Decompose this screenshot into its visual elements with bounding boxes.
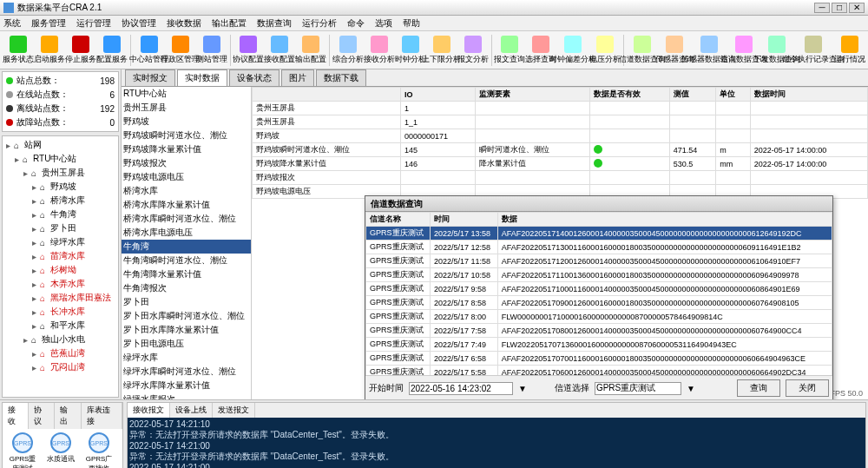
tree-node[interactable]: ▸⌂苗湾水库: [4, 249, 116, 263]
protocol-item[interactable]: GPRSGPRS广西接收: [82, 432, 115, 468]
inner-tree-node[interactable]: 桥湾水库降水量累计值: [122, 198, 251, 212]
channel-select[interactable]: [595, 382, 681, 395]
tree-node[interactable]: ▸⌂黑瑞水库田嘉法: [4, 291, 116, 305]
log-tab[interactable]: 接收报文: [128, 403, 170, 418]
expand-icon[interactable]: ▸: [30, 238, 38, 247]
dialog-row[interactable]: GPRS重庆测试2022/5/17 11:58AFAF2022051712001…: [366, 254, 832, 268]
toolbar-button[interactable]: 配置服务: [97, 34, 127, 67]
toolbar-button[interactable]: 接收配置: [265, 34, 294, 67]
inner-tree-node[interactable]: 罗卜田: [122, 295, 251, 309]
toolbar-button[interactable]: 综合分析: [333, 34, 363, 67]
table-row[interactable]: 野鸡坡报次: [253, 171, 868, 185]
menu-item[interactable]: 选项: [375, 17, 392, 30]
dialog-row[interactable]: GPRS重庆测试2022/5/17 13:58AFAF2022051714001…: [366, 227, 832, 241]
column-header[interactable]: 单位: [716, 88, 750, 102]
log-body[interactable]: 2022-05-17 14:21:10异常：无法打开登录所请求的数据库 "Dat…: [128, 418, 865, 468]
menu-item[interactable]: 运行分析: [302, 17, 337, 30]
inner-tree-node[interactable]: 绿坪水库瞬时河道水位、潮位: [122, 365, 251, 379]
toolbar-button[interactable]: 上下限分析: [427, 34, 457, 67]
dropdown-icon[interactable]: ▼: [518, 384, 527, 393]
inner-tree-node[interactable]: 野鸡坡电源电压: [122, 170, 251, 184]
expand-icon[interactable]: ▸: [22, 168, 30, 178]
inner-tree-node[interactable]: 绿坪水库报次: [122, 392, 251, 399]
inner-tree-node[interactable]: 牛角湾降水量累计值: [122, 267, 251, 281]
close-dialog-button[interactable]: 关闭: [786, 379, 829, 397]
dialog-row[interactable]: GPRS重庆测试2022/5/17 12:58AFAF2022051713001…: [366, 241, 832, 254]
toolbar-button[interactable]: 命令执行记录查询: [794, 34, 833, 67]
menu-item[interactable]: 数据查询: [257, 17, 292, 30]
inner-tree-node[interactable]: 贵州玉屏县: [122, 101, 251, 115]
inner-tree-node[interactable]: 野鸡坡: [122, 115, 251, 129]
start-time-input[interactable]: [409, 382, 513, 395]
inner-tree-node[interactable]: 绿坪水库: [122, 351, 251, 365]
toolbar-button[interactable]: 中心站管理: [135, 34, 164, 67]
inner-tree-node[interactable]: 罗卜田电源电压: [122, 337, 251, 351]
protocol-item[interactable]: GPRS水质通讯: [44, 432, 77, 468]
tree-node[interactable]: ▸⌂和平水库: [4, 319, 116, 333]
log-tab[interactable]: 设备上线: [170, 403, 213, 418]
toolbar-button[interactable]: 时钟偏差分析: [557, 34, 589, 67]
proto-tab[interactable]: 库表连接: [82, 403, 122, 429]
maximize-button[interactable]: □: [832, 3, 847, 13]
proto-tab[interactable]: 接收: [3, 403, 29, 429]
menu-item[interactable]: 运行管理: [76, 17, 111, 30]
expand-icon[interactable]: ▸: [30, 266, 38, 275]
inner-tree-node[interactable]: 牛角湾: [122, 240, 251, 254]
toolbar-button[interactable]: 信道数据查询: [627, 34, 658, 67]
log-tab[interactable]: 发送报文: [213, 403, 255, 418]
query-button[interactable]: 查询: [737, 379, 780, 397]
dialog-row[interactable]: GPRS重庆测试2022/5/17 9:58AFAF20220517100011…: [366, 282, 832, 296]
menu-item[interactable]: 输出配置: [212, 17, 247, 30]
tab[interactable]: 实时数据: [177, 69, 227, 86]
tab[interactable]: 实时报文: [125, 69, 175, 86]
menu-item[interactable]: 接收数据: [167, 17, 201, 30]
station-tree[interactable]: ▸⌂站网▸⌂RTU中心站▸⌂贵州玉屏县▸⌂野鸡坡▸⌂桥湾水库▸⌂牛角湾▸⌂罗卜田…: [2, 135, 119, 398]
column-header[interactable]: 数据时间: [750, 88, 867, 102]
tree-node[interactable]: ▸⌂RTU中心站: [4, 152, 116, 166]
inner-tree-node[interactable]: 野鸡坡降水量累计值: [122, 142, 251, 156]
inner-tree-node[interactable]: 绿坪水库降水量累计值: [122, 379, 251, 392]
toolbar-button[interactable]: 行政区管理: [166, 34, 195, 67]
inner-tree-node[interactable]: RTU中心站: [122, 87, 251, 101]
tree-node[interactable]: ▸⌂贵州玉屏县: [4, 166, 116, 180]
dialog-row[interactable]: GPRS重庆测试2022/5/17 6:58AFAF20220517070011…: [366, 352, 832, 366]
toolbar-button[interactable]: 输出配置: [296, 34, 326, 67]
expand-icon[interactable]: ▸: [30, 224, 38, 234]
expand-icon[interactable]: ▸: [30, 196, 38, 206]
inner-tree-node[interactable]: 桥湾水库: [122, 184, 251, 198]
tab[interactable]: 设备状态: [229, 69, 279, 86]
column-header[interactable]: 测值: [669, 88, 715, 102]
menu-item[interactable]: 系统: [3, 17, 21, 30]
inner-tree-node[interactable]: 罗卜田水库降水量累计值: [122, 323, 251, 337]
menu-item[interactable]: 命令: [347, 17, 365, 30]
column-header[interactable]: IO: [400, 88, 475, 102]
expand-icon[interactable]: ▸: [4, 141, 12, 150]
expand-icon[interactable]: ▸: [13, 155, 21, 164]
tree-node[interactable]: ▸⌂绿坪水库: [4, 235, 116, 249]
menu-item[interactable]: 服务管理: [31, 17, 66, 30]
dialog-row[interactable]: GPRS重庆测试2022/5/17 10:58AFAF2022051711001…: [366, 268, 832, 282]
table-row[interactable]: 野鸡坡降水量累计值146降水量累计值530.5mm2022-05-17 14:0…: [253, 157, 868, 171]
dropdown-icon[interactable]: ▼: [687, 384, 695, 393]
inner-tree-node[interactable]: 桥湾水库电源电压: [122, 226, 251, 240]
toolbar-button[interactable]: 测站管理: [197, 34, 227, 67]
expand-icon[interactable]: ▸: [30, 293, 38, 303]
inner-tree-node[interactable]: 牛角湾瞬时河道水位、潮位: [122, 254, 251, 267]
toolbar-button[interactable]: 报文分析: [458, 34, 488, 67]
table-row[interactable]: 野鸡坡0000000171: [253, 129, 868, 143]
tree-node[interactable]: ▸⌂杉树坳: [4, 263, 116, 277]
dialog-row[interactable]: GPRS重庆测试2022/5/17 7:58AFAF20220517080012…: [366, 324, 832, 338]
dialog-row[interactable]: GPRS重庆测试2022/5/17 7:49FLW202205170713600…: [366, 338, 832, 352]
tree-node[interactable]: ▸⌂独山小水电: [4, 333, 116, 346]
menu-item[interactable]: 帮助: [403, 17, 420, 30]
expand-icon[interactable]: ▸: [30, 349, 38, 359]
tree-node[interactable]: ▸⌂桥湾水库: [4, 194, 116, 208]
table-row[interactable]: 贵州玉屏县1: [253, 102, 868, 115]
menu-item[interactable]: 协议管理: [122, 17, 156, 30]
expand-icon[interactable]: ▸: [30, 210, 38, 220]
dialog-row[interactable]: GPRS重庆测试2022/5/17 8:00FLW000000017100001…: [366, 310, 832, 324]
tree-node[interactable]: ▸⌂野鸡坡: [4, 180, 116, 194]
dialog-row[interactable]: GPRS重庆测试2022/5/17 8:58AFAF20220517090012…: [366, 296, 832, 310]
expand-icon[interactable]: ▸: [30, 280, 38, 289]
inner-tree-node[interactable]: 桥湾水库瞬时河道水位、潮位: [122, 212, 251, 226]
